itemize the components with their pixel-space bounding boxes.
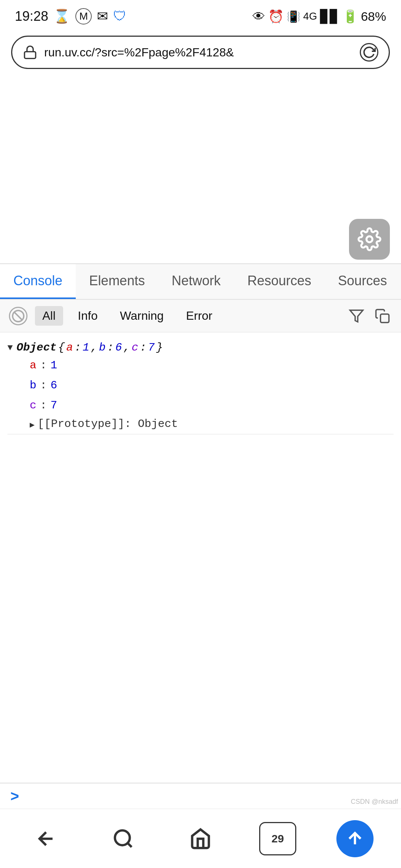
console-object-line[interactable]: ▼ Object { a: 1, b: 6, c: 7 } (7, 340, 394, 355)
battery-icon: 🔋 (342, 9, 358, 24)
settings-icon (358, 227, 381, 251)
battery-percent: 68% (361, 9, 386, 24)
console-divider (7, 434, 394, 434)
watermark: CSDN @nksadf (351, 798, 398, 806)
signal-icon: 4G (303, 10, 317, 22)
prototype-line[interactable]: ▶ [[Prototype]]: Object (7, 415, 394, 433)
svg-point-1 (366, 236, 372, 242)
status-time: 19:28 (15, 9, 48, 24)
devtools-tabs: Console Elements Network Resources Sourc… (0, 264, 401, 300)
prop-b-line: b : 6 (7, 375, 394, 395)
bottom-navigation: 29 (0, 809, 401, 868)
copy-button[interactable] (373, 306, 392, 326)
eye-icon: 👁 (252, 9, 265, 24)
no-filter-icon[interactable] (9, 307, 27, 325)
svg-rect-5 (381, 314, 389, 322)
tab-sources[interactable]: Sources (325, 264, 400, 299)
status-bar-right: 👁 ⏰ 📳 4G ▊▊ 🔋 68% (252, 9, 386, 24)
repl-input-line[interactable]: > (0, 783, 401, 809)
address-bar-container: run.uv.cc/?src=%2Fpage%2F4128& (0, 30, 401, 76)
devtools-panel: Console Elements Network Resources Sourc… (0, 263, 401, 809)
svg-rect-0 (25, 52, 36, 58)
reload-button[interactable] (360, 43, 378, 62)
m-icon: M (75, 8, 92, 24)
status-bar: 19:28 ⌛ M ✉ 🛡 👁 ⏰ 📳 4G ▊▊ 🔋 68% (0, 0, 401, 30)
filter-bar: All Info Warning Error (0, 300, 401, 332)
shield-icon: 🛡 (113, 9, 127, 24)
collapse-triangle-icon[interactable]: ▶ (30, 420, 35, 430)
svg-marker-4 (350, 310, 363, 322)
settings-fab-button[interactable] (349, 219, 390, 260)
tab-network[interactable]: Network (158, 264, 234, 299)
svg-line-8 (128, 843, 132, 847)
search-button[interactable] (101, 820, 146, 857)
svg-point-7 (115, 830, 130, 845)
upload-button[interactable] (333, 820, 377, 857)
svg-line-3 (14, 312, 22, 320)
prop-a-line: a : 1 (7, 355, 394, 375)
filter-action-icons (347, 306, 392, 326)
lock-icon (23, 45, 38, 60)
tab-elements[interactable]: Elements (76, 264, 158, 299)
tabs-button[interactable]: 29 (255, 820, 300, 857)
hourglass-icon: ⌛ (53, 9, 70, 24)
vibrate-icon: 📳 (287, 10, 300, 23)
filter-warning-button[interactable]: Warning (113, 306, 171, 326)
alarm-icon: ⏰ (268, 9, 284, 24)
filter-all-button[interactable]: All (35, 306, 63, 326)
filter-error-button[interactable]: Error (179, 306, 220, 326)
browser-content (0, 76, 401, 180)
address-bar[interactable]: run.uv.cc/?src=%2Fpage%2F4128& (11, 36, 390, 69)
tabs-count-badge[interactable]: 29 (259, 822, 296, 855)
url-text[interactable]: run.uv.cc/?src=%2Fpage%2F4128& (44, 46, 353, 59)
filter-info-button[interactable]: Info (71, 306, 105, 326)
mail-icon: ✉ (97, 9, 108, 24)
prop-c-line: c : 7 (7, 395, 394, 415)
console-output: ▼ Object { a: 1, b: 6, c: 7 } a : 1 b : (0, 332, 401, 809)
expand-triangle-icon[interactable]: ▼ (7, 343, 13, 353)
tab-console[interactable]: Console (0, 264, 76, 299)
object-summary: Object { a: 1, b: 6, c: 7 } (16, 341, 163, 354)
home-button[interactable] (178, 820, 223, 857)
bars-icon: ▊▊ (320, 9, 339, 24)
repl-chevron-icon: > (10, 788, 19, 805)
filter-funnel-button[interactable] (347, 306, 366, 326)
upload-circle[interactable] (336, 820, 374, 857)
status-bar-left: 19:28 ⌛ M ✉ 🛡 (15, 8, 127, 24)
back-button[interactable] (24, 820, 68, 857)
tab-resources[interactable]: Resources (234, 264, 325, 299)
